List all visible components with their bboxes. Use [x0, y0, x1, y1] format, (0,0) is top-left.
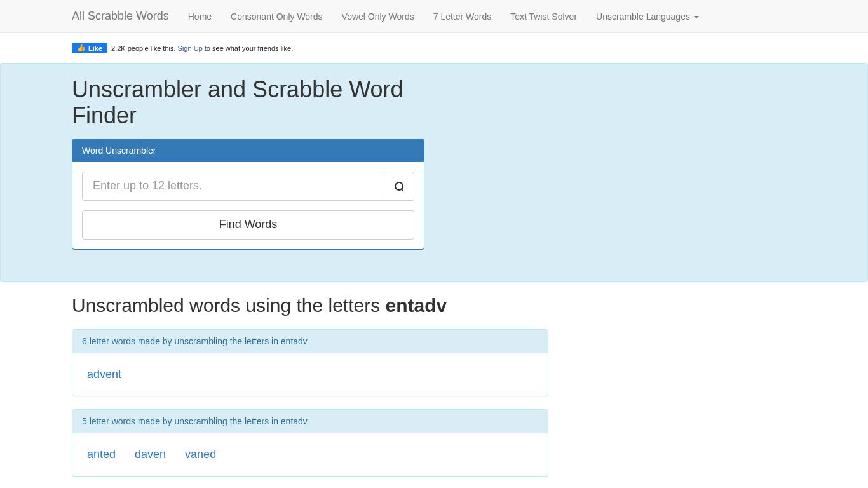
word-list: anted daven vaned: [82, 443, 538, 466]
result-group-heading: 6 letter words made by unscrambling the …: [72, 330, 548, 353]
unscrambler-panel-heading: Word Unscrambler: [72, 139, 424, 162]
nav-item-7letter: 7 Letter Words: [424, 2, 501, 31]
word-item: daven: [135, 448, 166, 461]
nav-item-vowel: Vowel Only Words: [332, 2, 424, 31]
word-item: anted: [87, 448, 116, 461]
top-navbar: All Scrabble Words Home Consonant Only W…: [0, 0, 868, 33]
nav-item-texttwist: Text Twist Solver: [501, 2, 587, 31]
word-link[interactable]: daven: [135, 448, 166, 461]
hero-jumbotron: Unscrambler and Scrabble Word Finder Wor…: [0, 63, 868, 282]
fb-like-label: Like: [88, 44, 102, 52]
nav-link-consonant[interactable]: Consonant Only Words: [221, 2, 332, 31]
result-group-heading: 5 letter words made by unscrambling the …: [72, 410, 548, 433]
nav-link-home[interactable]: Home: [179, 2, 221, 31]
search-addon[interactable]: [384, 172, 414, 201]
result-group-6: 6 letter words made by unscrambling the …: [72, 329, 548, 396]
letters-input[interactable]: [82, 172, 384, 201]
word-list: advent: [82, 363, 538, 386]
page-title: Unscrambler and Scrabble Word Finder: [72, 76, 428, 129]
word-link[interactable]: advent: [87, 368, 121, 381]
nav-item-consonant: Consonant Only Words: [221, 2, 332, 31]
word-item: vaned: [185, 448, 216, 461]
fb-signup-link[interactable]: Sign Up: [178, 44, 203, 52]
unscrambler-panel: Word Unscrambler Find Words: [72, 139, 424, 250]
word-link[interactable]: vaned: [185, 448, 216, 461]
nav-item-languages: Unscramble Languages: [587, 2, 709, 31]
fb-like-button[interactable]: 👍 Like: [72, 43, 107, 53]
word-link[interactable]: anted: [87, 448, 116, 461]
thumbs-up-icon: 👍: [77, 44, 86, 52]
results-heading: Unscrambled words using the letters enta…: [72, 295, 796, 316]
word-item: advent: [87, 368, 121, 381]
nav-list: Home Consonant Only Words Vowel Only Wor…: [179, 2, 709, 31]
fb-like-text: 2.2K people like this. Sign Up to see wh…: [111, 44, 293, 52]
navbar-brand[interactable]: All Scrabble Words: [72, 0, 179, 32]
nav-link-texttwist[interactable]: Text Twist Solver: [501, 2, 587, 31]
search-icon: [395, 182, 403, 191]
chevron-down-icon: [694, 16, 699, 18]
facebook-like-widget: 👍 Like 2.2K people like this. Sign Up to…: [72, 43, 796, 53]
nav-item-home: Home: [179, 2, 221, 31]
result-group-5: 5 letter words made by unscrambling the …: [72, 409, 548, 477]
nav-link-languages[interactable]: Unscramble Languages: [587, 2, 709, 31]
nav-link-7letter[interactable]: 7 Letter Words: [424, 2, 501, 31]
find-words-button[interactable]: Find Words: [82, 210, 414, 240]
nav-link-vowel[interactable]: Vowel Only Words: [332, 2, 424, 31]
